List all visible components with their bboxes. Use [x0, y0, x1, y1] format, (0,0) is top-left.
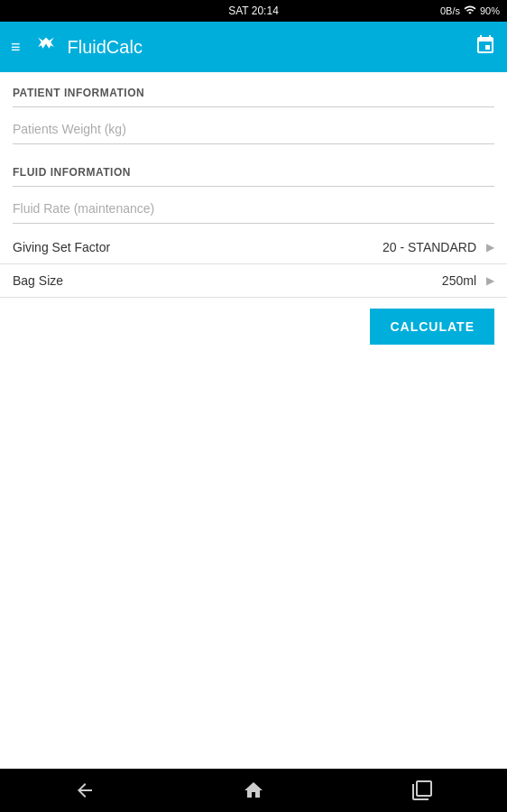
app-logo: [32, 32, 60, 61]
content-area: PATIENT INFORMATION FLUID INFORMATION Gi…: [0, 72, 507, 769]
fluid-divider: [13, 186, 494, 187]
battery-icon: 90%: [480, 5, 500, 16]
home-button[interactable]: [226, 772, 281, 808]
patient-divider: [13, 106, 494, 107]
app-bar: ≡ FluidCalc: [0, 22, 507, 72]
back-button[interactable]: [58, 772, 112, 808]
bag-size-row[interactable]: Bag Size 250ml ▶: [0, 264, 507, 298]
status-bar: SAT 20:14 0B/s 90%: [0, 0, 507, 22]
giving-set-chevron: ▶: [486, 241, 494, 254]
giving-set-row[interactable]: Giving Set Factor 20 - STANDARD ▶: [0, 231, 507, 264]
bag-size-chevron: ▶: [486, 274, 494, 287]
patient-weight-input[interactable]: [13, 115, 494, 144]
wifi-icon: [464, 4, 476, 18]
bag-size-label: Bag Size: [13, 273, 442, 288]
status-right-icons: 0B/s 90%: [440, 4, 500, 18]
calculate-button[interactable]: CALCULATE: [370, 309, 494, 345]
giving-set-value: 20 - STANDARD: [383, 240, 494, 254]
status-time: SAT 20:14: [228, 5, 279, 17]
patient-section: PATIENT INFORMATION: [0, 72, 507, 152]
recent-apps-button[interactable]: [395, 772, 449, 808]
nav-bar: [0, 769, 507, 812]
network-speed: 0B/s: [440, 5, 460, 16]
patient-section-header: PATIENT INFORMATION: [0, 72, 507, 106]
app-title: FluidCalc: [68, 37, 475, 58]
calculate-btn-row: CALCULATE: [0, 298, 507, 355]
menu-icon[interactable]: ≡: [11, 38, 21, 57]
fluid-rate-input[interactable]: [13, 194, 494, 224]
giving-set-label: Giving Set Factor: [13, 240, 383, 254]
fluid-section: FLUID INFORMATION Giving Set Factor 20 -…: [0, 152, 507, 355]
fluid-section-header: FLUID INFORMATION: [0, 152, 507, 186]
pin-icon[interactable]: [475, 34, 496, 60]
